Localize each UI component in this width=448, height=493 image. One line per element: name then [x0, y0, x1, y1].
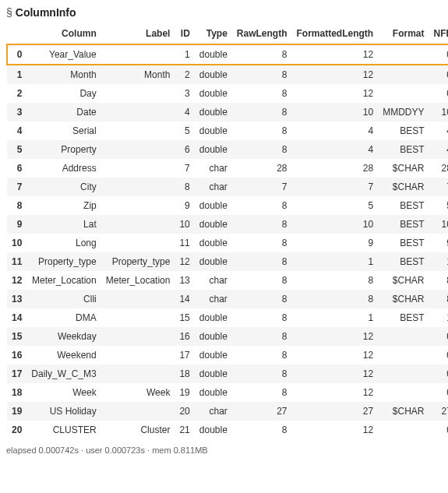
col-header-format: Format [378, 23, 429, 44]
cell-id: 15 [175, 308, 194, 327]
table-row[interactable]: 8Zip9double85BEST50 [7, 196, 448, 215]
cell-idx: 15 [7, 327, 26, 346]
cell-rawlength: 8 [232, 215, 292, 234]
cell-rawlength: 8 [232, 103, 292, 121]
table-row[interactable]: 5Property6double84BEST40 [7, 140, 448, 159]
table-row[interactable]: 2Day3double81200 [7, 84, 448, 103]
table-row[interactable]: 19US Holiday20char2727$CHAR270 [7, 402, 448, 421]
cell-type: double [195, 84, 232, 103]
cell-formattedlength: 4 [292, 121, 379, 140]
cell-idx: 10 [7, 234, 26, 252]
cell-label [101, 402, 175, 421]
cell-nfl: 4 [429, 121, 448, 140]
cell-format [378, 44, 429, 65]
cell-formattedlength: 28 [292, 159, 379, 178]
cell-format [378, 364, 429, 383]
cell-formattedlength: 1 [292, 252, 379, 271]
cell-nfl: 8 [429, 290, 448, 308]
cell-column: Weekday [26, 327, 101, 346]
cell-id: 11 [175, 234, 194, 252]
table-row[interactable]: 6Address7char2828$CHAR280 [7, 159, 448, 178]
cell-formattedlength: 7 [292, 178, 379, 196]
cell-type: double [195, 121, 232, 140]
table-row[interactable]: 3Date4double810MMDDYY100 [7, 103, 448, 121]
cell-nfl: 10 [429, 215, 448, 234]
table-row[interactable]: 1MonthMonth2double81200 [7, 65, 448, 84]
cell-nfl: 0 [429, 65, 448, 84]
cell-column: Day [26, 84, 101, 103]
table-row[interactable]: 13Clli14char88$CHAR80 [7, 290, 448, 308]
table-row[interactable]: 18WeekWeek19double81200 [7, 383, 448, 402]
cell-idx: 2 [7, 84, 26, 103]
cell-type: double [195, 421, 232, 439]
cell-label [101, 103, 175, 121]
table-row[interactable]: 15Weekday16double81200 [7, 327, 448, 346]
cell-column: Meter_Location [26, 271, 101, 290]
cell-label [101, 140, 175, 159]
table-row[interactable]: 0Year_Value1double81200 [7, 44, 448, 65]
cell-nfl: 0 [429, 421, 448, 439]
columninfo-table: Column Label ID Type RawLength Formatted… [6, 23, 448, 439]
cell-type: char [195, 159, 232, 178]
cell-type: double [195, 103, 232, 121]
title-row: § ColumnInfo [6, 6, 442, 19]
table-row[interactable]: 10Long11double89BEST90 [7, 234, 448, 252]
table-row[interactable]: 11Property_typeProperty_type12double81BE… [7, 252, 448, 271]
cell-id: 16 [175, 327, 194, 346]
cell-formattedlength: 12 [292, 364, 379, 383]
cell-idx: 6 [7, 159, 26, 178]
cell-type: double [195, 327, 232, 346]
table-row[interactable]: 4Serial5double84BEST40 [7, 121, 448, 140]
cell-format [378, 65, 429, 84]
cell-idx: 19 [7, 402, 26, 421]
cell-label [101, 290, 175, 308]
cell-id: 20 [175, 402, 194, 421]
cell-formattedlength: 12 [292, 383, 379, 402]
cell-type: double [195, 252, 232, 271]
cell-rawlength: 8 [232, 364, 292, 383]
col-header-type: Type [195, 23, 232, 44]
table-row[interactable]: 16Weekend17double81200 [7, 346, 448, 364]
cell-format [378, 327, 429, 346]
cell-idx: 18 [7, 383, 26, 402]
cell-label [101, 215, 175, 234]
cell-column: Daily_W_C_M3 [26, 364, 101, 383]
cell-idx: 17 [7, 364, 26, 383]
cell-column: Long [26, 234, 101, 252]
cell-column: Property [26, 140, 101, 159]
cell-formattedlength: 27 [292, 402, 379, 421]
table-row[interactable]: 14DMA15double81BEST10 [7, 308, 448, 327]
cell-nfl: 0 [429, 327, 448, 346]
table-row[interactable]: 12Meter_LocationMeter_Location13char88$C… [7, 271, 448, 290]
cell-column: City [26, 178, 101, 196]
cell-format: $CHAR [378, 271, 429, 290]
cell-label [101, 121, 175, 140]
cell-idx: 7 [7, 178, 26, 196]
cell-formattedlength: 12 [292, 421, 379, 439]
cell-id: 3 [175, 84, 194, 103]
header-row: Column Label ID Type RawLength Formatted… [7, 23, 448, 44]
cell-label [101, 84, 175, 103]
cell-rawlength: 8 [232, 290, 292, 308]
table-row[interactable]: 20CLUSTERCluster21double81200 [7, 421, 448, 439]
cell-type: double [195, 44, 232, 65]
cell-type: double [195, 364, 232, 383]
cell-formattedlength: 8 [292, 290, 379, 308]
cell-rawlength: 27 [232, 402, 292, 421]
cell-nfl: 27 [429, 402, 448, 421]
cell-column: Year_Value [26, 44, 101, 65]
cell-idx: 20 [7, 421, 26, 439]
cell-formattedlength: 12 [292, 327, 379, 346]
cell-label [101, 346, 175, 364]
cell-column: US Holiday [26, 402, 101, 421]
cell-id: 19 [175, 383, 194, 402]
cell-format: MMDDYY [378, 103, 429, 121]
cell-id: 5 [175, 121, 194, 140]
table-row[interactable]: 7City8char77$CHAR70 [7, 178, 448, 196]
col-header-label: Label [101, 23, 175, 44]
cell-idx: 12 [7, 271, 26, 290]
col-header-idx [7, 23, 26, 44]
table-row[interactable]: 9Lat10double810BEST100 [7, 215, 448, 234]
table-row[interactable]: 17Daily_W_C_M318double81200 [7, 364, 448, 383]
cell-type: double [195, 140, 232, 159]
